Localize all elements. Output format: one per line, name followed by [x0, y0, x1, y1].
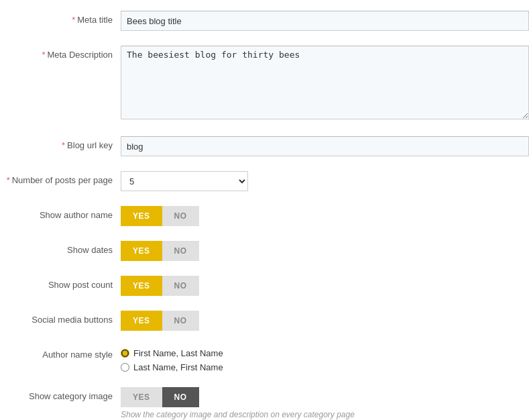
blog-url-key-wrap [121, 136, 529, 156]
author-name-style-option1-item[interactable]: First Name, Last Name [121, 348, 529, 358]
posts-per-page-wrap: 5 10 15 20 25 [121, 171, 529, 191]
show-dates-yes-button[interactable]: YES [121, 241, 162, 261]
meta-title-wrap [121, 11, 529, 31]
posts-per-page-label: *Number of posts per page [0, 171, 121, 185]
meta-title-row: *Meta title [0, 7, 529, 35]
show-category-image-toggle: YES NO [121, 387, 529, 407]
meta-title-label: *Meta title [0, 11, 121, 25]
author-name-style-option2-label: Last Name, First Name [133, 362, 223, 372]
show-category-image-wrap: YES NO Show the category image and descr… [121, 387, 529, 419]
required-star: * [7, 175, 10, 185]
meta-title-input[interactable] [121, 11, 529, 31]
social-media-buttons-no-button[interactable]: NO [162, 311, 199, 331]
required-star: * [42, 50, 45, 60]
show-dates-toggle: YES NO [121, 241, 529, 261]
show-dates-no-button[interactable]: NO [162, 241, 199, 261]
author-name-style-radio-group: First Name, Last Name Last Name, First N… [121, 346, 529, 372]
show-post-count-row: Show post count YES NO [0, 272, 529, 300]
author-name-style-option2-radio[interactable] [121, 363, 129, 372]
show-category-image-yes-button[interactable]: YES [121, 387, 162, 407]
meta-description-input[interactable]: The beesiest blog for thirty bees [121, 46, 529, 119]
social-media-buttons-yes-button[interactable]: YES [121, 311, 162, 331]
posts-per-page-row: *Number of posts per page 5 10 15 20 25 [0, 167, 529, 195]
show-dates-label: Show dates [0, 241, 121, 255]
meta-description-row: *Meta Description The beesiest blog for … [0, 42, 529, 125]
author-name-style-option2-item[interactable]: Last Name, First Name [121, 362, 529, 372]
blog-url-key-label: *Blog url key [0, 136, 121, 150]
social-media-buttons-row: Social media buttons YES NO [0, 307, 529, 335]
show-author-name-no-button[interactable]: NO [162, 206, 199, 226]
blog-url-key-input[interactable] [121, 136, 529, 156]
show-dates-wrap: YES NO [121, 241, 529, 261]
show-post-count-yes-button[interactable]: YES [121, 276, 162, 296]
show-author-name-toggle: YES NO [121, 206, 529, 226]
required-star: * [72, 15, 75, 25]
show-author-name-yes-button[interactable]: YES [121, 206, 162, 226]
author-name-style-option1-label: First Name, Last Name [133, 348, 223, 358]
settings-form: *Meta title *Meta Description The beesie… [0, 0, 529, 420]
meta-description-label: *Meta Description [0, 46, 121, 60]
author-name-style-option1-radio[interactable] [121, 349, 129, 358]
show-post-count-toggle: YES NO [121, 276, 529, 296]
show-category-image-label: Show category image [0, 387, 121, 401]
show-post-count-no-button[interactable]: NO [162, 276, 199, 296]
show-post-count-label: Show post count [0, 276, 121, 290]
blog-url-key-row: *Blog url key [0, 132, 529, 160]
author-name-style-label: Author name style [0, 346, 121, 360]
show-author-name-row: Show author name YES NO [0, 202, 529, 230]
meta-description-wrap: The beesiest blog for thirty bees [121, 46, 529, 121]
posts-per-page-select[interactable]: 5 10 15 20 25 [121, 171, 248, 191]
author-name-style-wrap: First Name, Last Name Last Name, First N… [121, 346, 529, 372]
show-author-name-label: Show author name [0, 206, 121, 220]
show-category-image-hint: Show the category image and description … [121, 410, 529, 419]
show-category-image-no-button[interactable]: NO [162, 387, 199, 407]
show-dates-row: Show dates YES NO [0, 237, 529, 265]
show-author-name-wrap: YES NO [121, 206, 529, 226]
show-category-image-row: Show category image YES NO Show the cate… [0, 383, 529, 420]
show-post-count-wrap: YES NO [121, 276, 529, 296]
author-name-style-row: Author name style First Name, Last Name … [0, 342, 529, 376]
social-media-buttons-label: Social media buttons [0, 311, 121, 325]
social-media-buttons-wrap: YES NO [121, 311, 529, 331]
required-star: * [62, 140, 65, 150]
social-media-buttons-toggle: YES NO [121, 311, 529, 331]
